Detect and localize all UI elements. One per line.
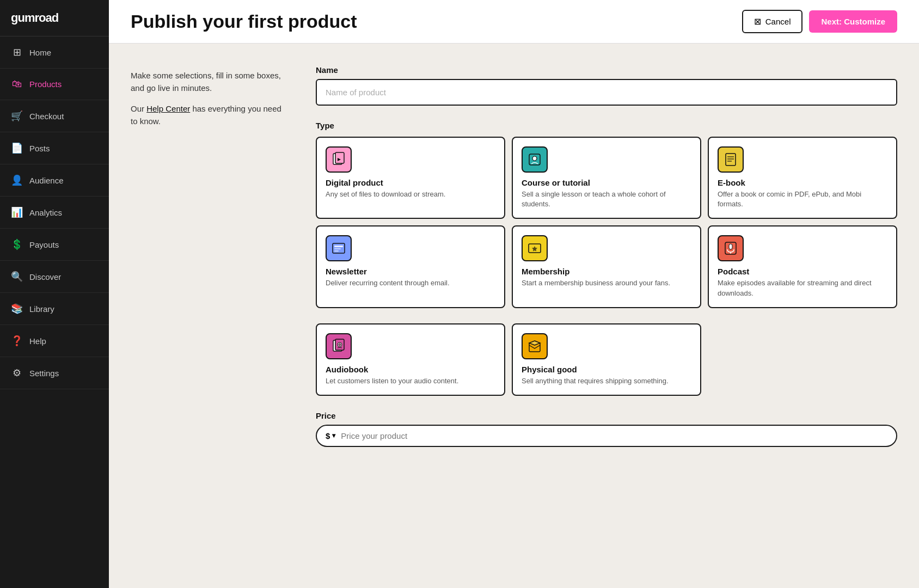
svg-point-3 [532, 156, 537, 161]
ebook-desc: Offer a book or comic in PDF, ePub, and … [718, 189, 887, 209]
sidebar-item-analytics[interactable]: 📊 Analytics [0, 197, 109, 229]
podcast-title: Podcast [718, 267, 887, 276]
physical-desc: Sell anything that requires shipping som… [522, 376, 691, 386]
logo: gumroad [0, 0, 109, 36]
sidebar-item-home[interactable]: ⊞ Home [0, 36, 109, 69]
discover-icon: 🔍 [11, 271, 23, 283]
physical-title: Physical good [522, 365, 691, 374]
svg-rect-9 [334, 246, 343, 247]
svg-rect-4 [726, 154, 736, 166]
sidebar-item-label-settings: Settings [29, 369, 59, 378]
price-input[interactable] [341, 431, 887, 440]
type-card-digital[interactable]: Digital product Any set of files to down… [316, 137, 505, 219]
cancel-icon: ⊠ [754, 16, 761, 27]
newsletter-icon [326, 235, 352, 261]
currency-selector[interactable]: $ ▾ [326, 431, 335, 440]
podcast-desc: Make episodes available for streaming an… [718, 278, 887, 298]
digital-title: Digital product [326, 178, 495, 187]
physical-icon [522, 333, 548, 359]
price-section: Price $ ▾ [316, 411, 897, 447]
intro-panel: Make some selections, fill in some boxes… [131, 65, 283, 447]
library-icon: 📚 [11, 303, 23, 315]
sidebar-item-label-payouts: Payouts [29, 240, 59, 249]
next-button[interactable]: Next: Customize [809, 10, 897, 33]
type-card-newsletter[interactable]: Newsletter Deliver recurring content thr… [316, 225, 505, 308]
help-center-link[interactable]: Help Center [146, 104, 190, 113]
membership-desc: Start a membership business around your … [522, 278, 691, 288]
sidebar-item-label-posts: Posts [29, 144, 50, 153]
posts-icon: 📄 [11, 142, 23, 154]
svg-rect-14 [729, 244, 732, 249]
main-content: Publish your first product ⊠ Cancel Next… [109, 0, 919, 588]
ebook-icon [718, 146, 744, 173]
sidebar-nav: ⊞ Home 🛍 Products 🛒 Checkout 📄 Posts 👤 A… [0, 36, 109, 389]
type-grid-top: Digital product Any set of files to down… [316, 137, 897, 308]
name-input[interactable] [316, 79, 897, 106]
sidebar-item-label-help: Help [29, 336, 46, 346]
sidebar-item-label-checkout: Checkout [29, 112, 64, 121]
type-card-membership[interactable]: Membership Start a membership business a… [512, 225, 701, 308]
type-card-physical[interactable]: Physical good Sell anything that require… [512, 323, 701, 396]
podcast-icon [718, 235, 744, 261]
sidebar-item-library[interactable]: 📚 Library [0, 293, 109, 325]
next-label: Next: Customize [821, 17, 885, 26]
page-title: Publish your first product [131, 11, 357, 32]
sidebar-item-payouts[interactable]: 💲 Payouts [0, 229, 109, 261]
sidebar-item-label-library: Library [29, 304, 54, 314]
type-card-podcast[interactable]: Podcast Make episodes available for stre… [708, 225, 897, 308]
sidebar-item-posts[interactable]: 📄 Posts [0, 132, 109, 164]
sidebar-item-label-analytics: Analytics [29, 208, 62, 217]
page-header: Publish your first product ⊠ Cancel Next… [109, 0, 919, 44]
audience-icon: 👤 [11, 174, 23, 186]
checkout-icon: 🛒 [11, 110, 23, 122]
sidebar-item-discover[interactable]: 🔍 Discover [0, 261, 109, 293]
sidebar-item-checkout[interactable]: 🛒 Checkout [0, 100, 109, 132]
ebook-title: E-book [718, 178, 887, 187]
svg-point-19 [339, 344, 341, 346]
help-icon: ❓ [11, 335, 23, 347]
intro-text-1: Make some selections, fill in some boxes… [131, 70, 283, 94]
products-icon: 🛍 [11, 78, 23, 90]
sidebar: gumroad ⊞ Home 🛍 Products 🛒 Checkout 📄 P… [0, 0, 109, 588]
home-icon: ⊞ [11, 46, 23, 58]
intro-text-2: Our Help Center has everything you need … [131, 103, 283, 127]
newsletter-desc: Deliver recurring content through email. [326, 278, 495, 288]
price-label: Price [316, 411, 897, 420]
sidebar-item-label-discover: Discover [29, 272, 61, 281]
chevron-down-icon: ▾ [332, 432, 335, 439]
sidebar-item-audience[interactable]: 👤 Audience [0, 164, 109, 197]
page-content: Make some selections, fill in some boxes… [109, 44, 919, 469]
settings-icon: ⚙ [11, 367, 23, 379]
analytics-icon: 📊 [11, 206, 23, 218]
sidebar-item-products[interactable]: 🛍 Products [0, 69, 109, 100]
type-card-course[interactable]: Course or tutorial Sell a single lesson … [512, 137, 701, 219]
payouts-icon: 💲 [11, 238, 23, 250]
currency-symbol: $ [326, 431, 330, 440]
cancel-label: Cancel [765, 17, 791, 26]
course-icon [522, 146, 548, 173]
svg-rect-11 [334, 250, 339, 252]
type-grid-bottom: Audiobook Let customers listen to your a… [316, 323, 897, 396]
audiobook-title: Audiobook [326, 365, 495, 374]
type-card-audiobook[interactable]: Audiobook Let customers listen to your a… [316, 323, 505, 396]
svg-rect-10 [334, 248, 341, 249]
audiobook-desc: Let customers listen to your audio conte… [326, 376, 495, 386]
sidebar-item-help[interactable]: ❓ Help [0, 325, 109, 357]
sidebar-item-settings[interactable]: ⚙ Settings [0, 357, 109, 389]
type-card-ebook[interactable]: E-book Offer a book or comic in PDF, ePu… [708, 137, 897, 219]
cancel-button[interactable]: ⊠ Cancel [742, 10, 803, 33]
form-panel: Name Type Digital product Any set [316, 65, 897, 447]
price-input-row: $ ▾ [316, 425, 897, 447]
type-label: Type [316, 121, 897, 130]
header-actions: ⊠ Cancel Next: Customize [742, 10, 897, 33]
newsletter-title: Newsletter [326, 267, 495, 276]
sidebar-item-label-audience: Audience [29, 176, 64, 185]
course-desc: Sell a single lesson or teach a whole co… [522, 189, 691, 209]
course-title: Course or tutorial [522, 178, 691, 187]
audiobook-icon [326, 333, 352, 359]
membership-icon [522, 235, 548, 261]
digital-icon [326, 146, 352, 173]
sidebar-item-label-home: Home [29, 48, 51, 57]
digital-desc: Any set of files to download or stream. [326, 189, 495, 199]
membership-title: Membership [522, 267, 691, 276]
